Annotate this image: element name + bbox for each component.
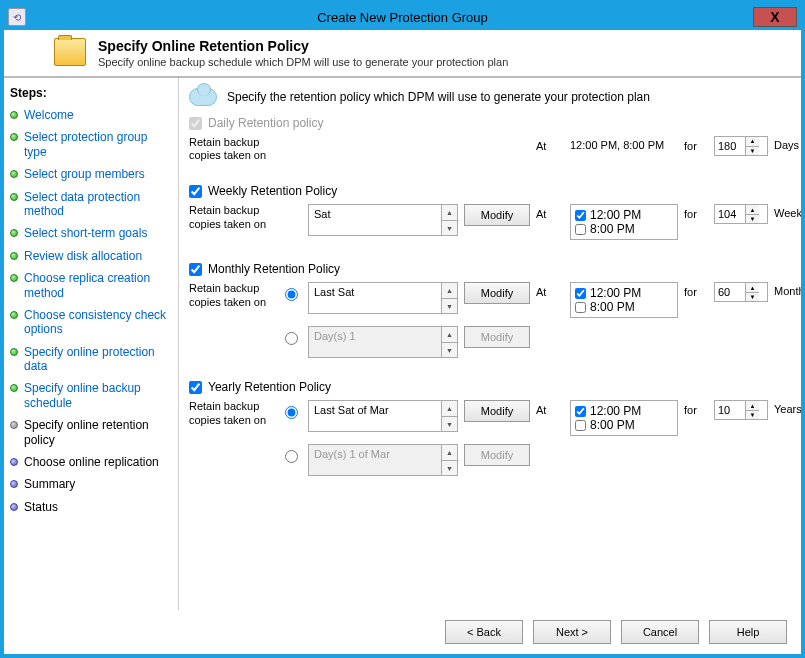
daily-unit: Days bbox=[774, 136, 801, 151]
yearly-opt2-radio[interactable] bbox=[285, 450, 298, 463]
monthly-time1-checkbox[interactable] bbox=[575, 288, 586, 299]
daily-section: Daily Retention policy Retain backup cop… bbox=[189, 116, 787, 170]
monthly-opt1-list[interactable]: Last Sat ▲▼ bbox=[308, 282, 458, 314]
yearly-opt2-list[interactable]: Day(s) 1 of Mar ▲▼ bbox=[308, 444, 458, 476]
monthly-opt1-radio[interactable] bbox=[285, 288, 298, 301]
yearly-time1-checkbox[interactable] bbox=[575, 406, 586, 417]
folder-icon bbox=[54, 38, 86, 66]
step-label: Specify online retention policy bbox=[24, 418, 172, 447]
step-label: Select data protection method bbox=[24, 190, 172, 219]
monthly-opt2-list[interactable]: Day(s) 1 ▲▼ bbox=[308, 326, 458, 358]
weekly-value-spinner[interactable]: ▲▼ bbox=[714, 204, 768, 224]
app-icon: ⟲ bbox=[8, 8, 26, 26]
step-bullet-icon bbox=[10, 311, 18, 319]
page-subtitle: Specify online backup schedule which DPM… bbox=[98, 56, 508, 68]
back-button[interactable]: < Back bbox=[445, 620, 523, 644]
step-8[interactable]: Specify online protection data bbox=[8, 341, 174, 378]
monthly-value-input[interactable] bbox=[715, 283, 745, 301]
daily-checkbox bbox=[189, 117, 202, 130]
next-button[interactable]: Next > bbox=[533, 620, 611, 644]
close-button[interactable]: X bbox=[753, 7, 797, 27]
window-title: Create New Protection Group bbox=[317, 10, 488, 25]
step-bullet-icon bbox=[10, 193, 18, 201]
step-4[interactable]: Select short-term goals bbox=[8, 222, 174, 244]
step-2[interactable]: Select group members bbox=[8, 163, 174, 185]
yearly-opt1-modify-button[interactable]: Modify bbox=[464, 400, 530, 422]
step-label: Select short-term goals bbox=[24, 226, 147, 240]
daily-value-input[interactable] bbox=[715, 137, 745, 155]
step-6[interactable]: Choose replica creation method bbox=[8, 267, 174, 304]
cancel-button[interactable]: Cancel bbox=[621, 620, 699, 644]
monthly-value-spinner[interactable]: ▲▼ bbox=[714, 282, 768, 302]
daily-value-spinner[interactable]: ▲▼ bbox=[714, 136, 768, 156]
yearly-opt1-radio[interactable] bbox=[285, 406, 298, 419]
step-label: Choose consistency check options bbox=[24, 308, 172, 337]
weekly-title: Weekly Retention Policy bbox=[208, 184, 337, 198]
step-1[interactable]: Select protection group type bbox=[8, 126, 174, 163]
monthly-opt2-modify-button: Modify bbox=[464, 326, 530, 348]
help-button[interactable]: Help bbox=[709, 620, 787, 644]
step-3[interactable]: Select data protection method bbox=[8, 186, 174, 223]
step-label: Specify online protection data bbox=[24, 345, 172, 374]
main-panel: Specify the retention policy which DPM w… bbox=[179, 78, 801, 610]
page-title: Specify Online Retention Policy bbox=[98, 38, 508, 54]
step-bullet-icon bbox=[10, 348, 18, 356]
step-7[interactable]: Choose consistency check options bbox=[8, 304, 174, 341]
monthly-checkbox[interactable] bbox=[189, 263, 202, 276]
step-label: Specify online backup schedule bbox=[24, 381, 172, 410]
monthly-opt2-radio[interactable] bbox=[285, 332, 298, 345]
step-label: Select protection group type bbox=[24, 130, 172, 159]
step-bullet-icon bbox=[10, 252, 18, 260]
step-0[interactable]: Welcome bbox=[8, 104, 174, 126]
step-9[interactable]: Specify online backup schedule bbox=[8, 377, 174, 414]
step-bullet-icon bbox=[10, 170, 18, 178]
weekly-time1-checkbox[interactable] bbox=[575, 210, 586, 221]
step-label: Review disk allocation bbox=[24, 249, 142, 263]
weekly-list[interactable]: Sat ▲▼ bbox=[308, 204, 458, 236]
step-bullet-icon bbox=[10, 503, 18, 511]
step-bullet-icon bbox=[10, 384, 18, 392]
weekly-retain-label: Retain backup copies taken on bbox=[189, 204, 274, 230]
step-bullet-icon bbox=[10, 421, 18, 429]
chevron-down-icon[interactable]: ▼ bbox=[442, 221, 457, 236]
yearly-time2-checkbox[interactable] bbox=[575, 420, 586, 431]
weekly-time-box: 12:00 PM 8:00 PM bbox=[570, 204, 678, 240]
weekly-time2-checkbox[interactable] bbox=[575, 224, 586, 235]
at-label: At bbox=[536, 136, 564, 152]
step-5[interactable]: Review disk allocation bbox=[8, 245, 174, 267]
weekly-checkbox[interactable] bbox=[189, 185, 202, 198]
monthly-time2-checkbox[interactable] bbox=[575, 302, 586, 313]
step-10: Specify online retention policy bbox=[8, 414, 174, 451]
daily-time: 12:00 PM, 8:00 PM bbox=[570, 136, 678, 152]
step-bullet-icon bbox=[10, 111, 18, 119]
step-label: Select group members bbox=[24, 167, 145, 181]
steps-sidebar: Steps: WelcomeSelect protection group ty… bbox=[4, 78, 179, 610]
spin-up-icon[interactable]: ▲ bbox=[746, 137, 759, 147]
step-12[interactable]: Summary bbox=[8, 473, 174, 495]
step-13[interactable]: Status bbox=[8, 496, 174, 518]
monthly-opt1-modify-button[interactable]: Modify bbox=[464, 282, 530, 304]
cloud-icon bbox=[189, 88, 217, 106]
spin-down-icon[interactable]: ▼ bbox=[746, 147, 759, 156]
step-11[interactable]: Choose online replication bbox=[8, 451, 174, 473]
daily-retain-label: Retain backup copies taken on bbox=[189, 136, 274, 162]
yearly-opt1-list[interactable]: Last Sat of Mar ▲▼ bbox=[308, 400, 458, 432]
step-label: Summary bbox=[24, 477, 75, 491]
yearly-value-input[interactable] bbox=[715, 401, 745, 419]
chevron-up-icon[interactable]: ▲ bbox=[442, 205, 457, 221]
weekly-section: Weekly Retention Policy Retain backup co… bbox=[189, 184, 787, 248]
step-bullet-icon bbox=[10, 229, 18, 237]
for-label: for bbox=[684, 136, 708, 152]
monthly-title: Monthly Retention Policy bbox=[208, 262, 340, 276]
step-bullet-icon bbox=[10, 458, 18, 466]
yearly-opt2-modify-button: Modify bbox=[464, 444, 530, 466]
weekly-modify-button[interactable]: Modify bbox=[464, 204, 530, 226]
yearly-time-box: 12:00 PM 8:00 PM bbox=[570, 400, 678, 436]
yearly-title: Yearly Retention Policy bbox=[208, 380, 331, 394]
weekly-value-input[interactable] bbox=[715, 205, 745, 223]
yearly-checkbox[interactable] bbox=[189, 381, 202, 394]
monthly-section: Monthly Retention Policy Retain backup c… bbox=[189, 262, 787, 366]
yearly-value-spinner[interactable]: ▲▼ bbox=[714, 400, 768, 420]
step-label: Welcome bbox=[24, 108, 74, 122]
step-bullet-icon bbox=[10, 133, 18, 141]
